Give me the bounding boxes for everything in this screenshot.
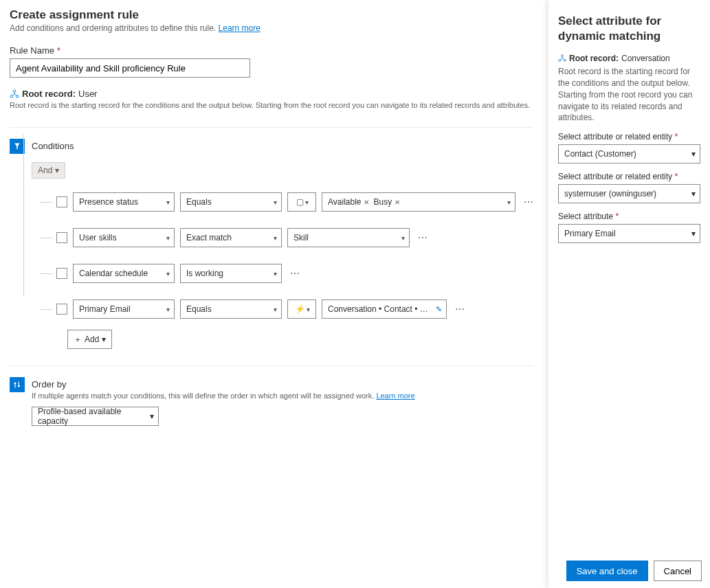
- chevron-down-icon: ▾: [691, 229, 696, 238]
- learn-more-link[interactable]: Learn more: [219, 23, 260, 33]
- cancel-button[interactable]: Cancel: [654, 561, 702, 581]
- rule-name-input[interactable]: [10, 58, 250, 78]
- panel-label-text: Select attribute or related entity: [558, 172, 672, 181]
- chevron-down-icon: ▾: [307, 306, 310, 313]
- orderby-dropdown[interactable]: Profile-based available capacity ▾: [32, 407, 159, 426]
- value-type-selector[interactable]: ⚡ ▾: [287, 299, 316, 319]
- row-checkbox[interactable]: [56, 268, 67, 279]
- panel-dropdown-2[interactable]: systemuser (owninguser) ▾: [558, 184, 700, 203]
- remove-tag-icon[interactable]: ✕: [395, 199, 400, 206]
- more-options-icon[interactable]: ⋯: [287, 268, 302, 279]
- chevron-down-icon: ▾: [305, 199, 309, 206]
- panel-field-label-1: Select attribute or related entity *: [558, 132, 700, 142]
- row-checkbox[interactable]: [56, 304, 67, 315]
- chevron-down-icon: ▾: [691, 149, 696, 159]
- dynamic-value-field[interactable]: Conversation • Contact • User • P... ✎: [322, 299, 447, 319]
- operator-dropdown[interactable]: Equals ▾: [180, 299, 282, 319]
- condition-row: Presence status ▾ Equals ▾ ▢ ▾ Available…: [56, 184, 536, 220]
- dynamic-attribute-panel: Select attribute for dynamic matching Ro…: [548, 0, 710, 588]
- hierarchy-icon: [558, 54, 566, 63]
- chevron-down-icon: ▾: [166, 306, 170, 313]
- edit-icon[interactable]: ✎: [436, 305, 442, 314]
- lightning-icon: ⚡: [295, 304, 305, 314]
- chevron-down-icon: ▾: [401, 234, 405, 242]
- attribute-dropdown[interactable]: Primary Email ▾: [73, 299, 175, 319]
- more-options-icon[interactable]: ⋯: [521, 196, 536, 207]
- orderby-title: Order by: [32, 379, 533, 389]
- value-dropdown[interactable]: Skill ▾: [287, 228, 410, 247]
- chevron-down-icon: ▾: [274, 306, 277, 313]
- svg-point-0: [13, 89, 16, 92]
- tag-text: Busy: [373, 197, 392, 207]
- condition-row: User skills ▾ Exact match ▾ Skill ▾ ⋯: [56, 220, 536, 256]
- save-and-close-button[interactable]: Save and close: [566, 561, 648, 581]
- operator-dropdown[interactable]: Equals ▾: [180, 192, 282, 212]
- panel-dd-value: systemuser (owninguser): [564, 189, 656, 199]
- panel-field-label-2: Select attribute or related entity *: [558, 172, 700, 181]
- operator-dropdown[interactable]: Is working ▾: [180, 264, 282, 283]
- remove-tag-icon[interactable]: ✕: [364, 199, 369, 206]
- value-text: Skill: [293, 233, 309, 242]
- operator-dropdown[interactable]: Exact match ▾: [180, 228, 282, 247]
- rule-name-label: Rule Name *: [10, 45, 533, 56]
- chevron-down-icon: ▾: [274, 199, 277, 206]
- more-options-icon[interactable]: ⋯: [415, 232, 430, 243]
- attribute-dropdown[interactable]: User skills ▾: [73, 228, 175, 247]
- chevron-down-icon: ▾: [150, 411, 154, 421]
- orderby-value: Profile-based available capacity: [38, 407, 150, 426]
- required-asterisk: *: [57, 45, 60, 56]
- row-checkbox[interactable]: [56, 232, 67, 243]
- operator-value: Equals: [186, 304, 212, 314]
- attribute-value: User skills: [79, 233, 117, 242]
- orderby-icon: [10, 377, 25, 392]
- svg-point-3: [562, 55, 564, 57]
- rule-name-label-text: Rule Name: [10, 45, 54, 56]
- chevron-down-icon: ▾: [166, 270, 170, 278]
- attribute-dropdown[interactable]: Presence status ▾: [73, 192, 175, 212]
- more-options-icon[interactable]: ⋯: [452, 304, 467, 315]
- tag-available: Available✕: [328, 197, 369, 207]
- root-record-label: Root record:: [22, 89, 76, 99]
- orderby-learn-more-link[interactable]: Learn more: [376, 392, 414, 400]
- panel-description: Root record is the starting record for t…: [558, 66, 700, 124]
- group-operator-label: And: [38, 166, 52, 175]
- conditions-icon: [10, 139, 25, 154]
- chevron-down-icon: ▾: [274, 270, 277, 278]
- operator-value: Is working: [186, 269, 223, 278]
- panel-dropdown-3[interactable]: Primary Email ▾: [558, 224, 700, 243]
- chevron-down-icon: ▾: [166, 234, 170, 242]
- attribute-value: Calendar schedule: [79, 269, 148, 278]
- row-checkbox[interactable]: [56, 196, 67, 207]
- chevron-down-icon: ▾: [507, 199, 511, 206]
- value-type-selector[interactable]: ▢ ▾: [287, 192, 316, 212]
- page-subtitle: Add conditions and ordering attributes t…: [10, 23, 533, 33]
- panel-dropdown-1[interactable]: Contact (Customer) ▾: [558, 144, 700, 163]
- tag-icon: ▢: [296, 197, 304, 207]
- value-dropdown[interactable]: Available✕ Busy✕ ▾: [322, 192, 515, 212]
- group-operator-dropdown[interactable]: And ▾: [32, 162, 65, 179]
- attribute-dropdown[interactable]: Calendar schedule ▾: [73, 264, 175, 283]
- condition-row: Calendar schedule ▾ Is working ▾ ⋯: [56, 256, 536, 291]
- chevron-down-icon: ▾: [55, 166, 59, 175]
- panel-label-text: Select attribute or related entity: [558, 132, 672, 142]
- chevron-down-icon: ▾: [691, 189, 696, 199]
- dynamic-value-text: Conversation • Contact • User • P...: [328, 304, 433, 314]
- operator-value: Equals: [186, 197, 212, 207]
- condition-row: Primary Email ▾ Equals ▾ ⚡ ▾ Conversatio…: [56, 291, 536, 327]
- orderby-description: If multiple agents match your conditions…: [32, 392, 533, 400]
- required-asterisk: *: [674, 132, 678, 142]
- add-condition-button[interactable]: ＋ Add ▾: [67, 330, 112, 349]
- operator-value: Exact match: [186, 233, 232, 242]
- attribute-value: Primary Email: [79, 304, 131, 314]
- panel-root-label: Root record:: [569, 54, 619, 63]
- hierarchy-icon: [10, 89, 19, 99]
- tag-text: Available: [328, 197, 361, 207]
- panel-dd-value: Contact (Customer): [564, 149, 636, 159]
- chevron-down-icon: ▾: [274, 234, 277, 242]
- subtitle-text: Add conditions and ordering attributes t…: [10, 23, 219, 33]
- root-record-value: User: [78, 89, 97, 99]
- panel-title: Select attribute for dynamic matching: [558, 14, 700, 44]
- plus-icon: ＋: [74, 334, 82, 346]
- panel-root-record: Root record: Conversation: [558, 54, 700, 63]
- required-asterisk: *: [674, 172, 678, 181]
